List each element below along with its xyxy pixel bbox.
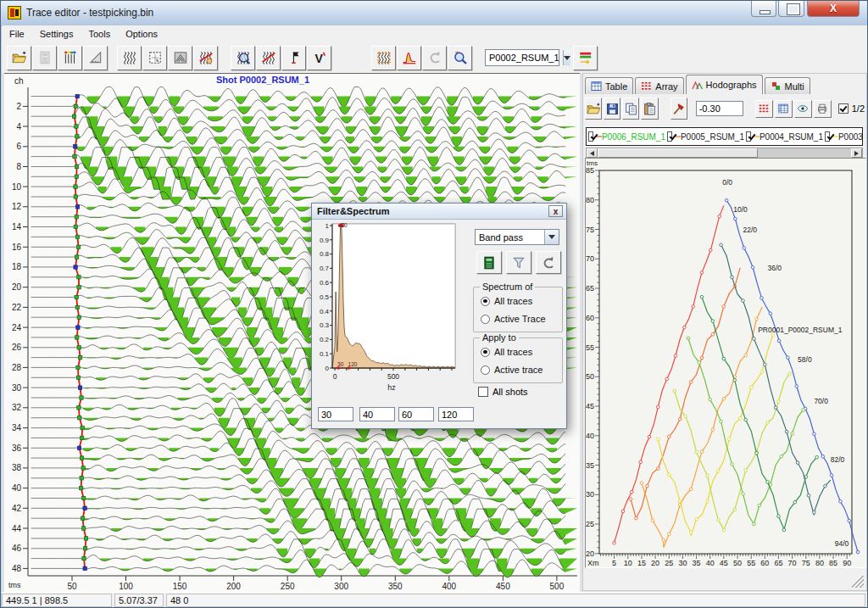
svg-text:60: 60	[760, 559, 769, 567]
svg-text:400: 400	[442, 582, 456, 591]
open-file-button[interactable]	[585, 98, 602, 120]
filter-freq-2-input[interactable]	[359, 407, 395, 421]
checkbox-icon[interactable]	[667, 131, 672, 142]
filter-type-select[interactable]: Band pass	[475, 229, 559, 245]
traces-button[interactable]	[117, 46, 142, 70]
tab-table-icon	[591, 81, 602, 92]
undo-button[interactable]	[422, 46, 447, 70]
shot-lines-button[interactable]	[573, 46, 598, 70]
radio-spectrum-all-traces[interactable]: All traces	[481, 296, 532, 306]
tab-array[interactable]: Array	[635, 77, 683, 94]
eye-button[interactable]	[794, 100, 812, 118]
menu-tools[interactable]: Tools	[81, 27, 118, 41]
checkbox-icon[interactable]	[746, 131, 751, 142]
minimize-button[interactable]	[751, 1, 776, 17]
shot-lines-icon	[578, 50, 593, 65]
radio-icon[interactable]	[481, 315, 490, 324]
legend-entry-P0004_RSUM_1[interactable]: P0004_RSUM_1	[744, 131, 823, 142]
tab-hodographs[interactable]: Hodographs	[686, 75, 763, 94]
radio-icon[interactable]	[481, 365, 490, 375]
eye-icon	[797, 103, 809, 114]
pick-hammer-button[interactable]	[670, 98, 687, 120]
chevron-down-icon[interactable]	[544, 230, 559, 244]
print-button[interactable]	[814, 100, 832, 118]
app-icon	[8, 6, 21, 20]
calculator-button[interactable]	[32, 46, 57, 70]
menu-settings[interactable]: Settings	[32, 27, 81, 41]
menu-file[interactable]: File	[2, 27, 32, 41]
radio-apply-active-trace[interactable]: Active trace	[481, 365, 542, 375]
svg-text:46: 46	[12, 544, 22, 553]
save-button[interactable]	[604, 98, 620, 120]
svg-text:55: 55	[747, 559, 755, 567]
kill-trace-button[interactable]	[256, 46, 281, 70]
radio-icon[interactable]	[481, 297, 490, 306]
scroll-thumb[interactable]	[598, 148, 758, 158]
spectrum-button[interactable]	[397, 46, 421, 70]
chevron-down-icon[interactable]	[563, 50, 570, 65]
resize-grip[interactable]	[852, 576, 864, 588]
close-button[interactable]: X	[807, 1, 860, 17]
ruler-button[interactable]	[83, 46, 108, 70]
radio-icon[interactable]	[481, 348, 490, 357]
dialog-title-bar[interactable]: Filter&Spectrum x	[312, 204, 566, 220]
funnel-button[interactable]	[506, 251, 531, 274]
hodograph-plot[interactable]: 5101520253035404550556065707580859020253…	[586, 159, 865, 567]
scroll-left-icon[interactable]	[587, 148, 598, 158]
calc-green-button[interactable]	[476, 251, 502, 274]
checkbox-icon[interactable]	[588, 131, 593, 142]
legend-entry-P0006_RSUM_1[interactable]: P0006_RSUM_1	[587, 131, 665, 142]
offset-input[interactable]	[696, 101, 743, 116]
zoom-traces-button[interactable]	[231, 46, 255, 70]
radio-apply-all-traces[interactable]: All traces	[481, 347, 532, 357]
trace-picks-icon	[63, 50, 78, 65]
axis-box-button[interactable]: k	[142, 46, 167, 70]
trace-picks-button[interactable]	[58, 46, 82, 70]
svg-text:20: 20	[586, 549, 594, 558]
legend-entry-P0005_RSUM_1[interactable]: P0005_RSUM_1	[665, 131, 744, 142]
dialog-close-button[interactable]: x	[548, 205, 563, 217]
svg-text:500: 500	[387, 372, 399, 381]
hodograph-chart-frame: 5101520253035404550556065707580859020253…	[585, 158, 866, 568]
shot-select[interactable]: P0002_RSUM_1	[485, 49, 559, 66]
funnel-icon	[511, 255, 526, 271]
paste-button[interactable]	[641, 98, 658, 120]
undo-button[interactable]	[536, 251, 561, 274]
kill-trace-icon	[261, 50, 276, 65]
scroll-right-icon[interactable]	[851, 148, 862, 158]
legend-entry-P0003_RSUM_1[interactable]: P0003_RSUM_1	[823, 131, 863, 142]
maximize-button[interactable]	[778, 1, 804, 17]
half-scale-checkbox[interactable]: 1/2	[838, 103, 865, 114]
copy-button[interactable]	[622, 98, 639, 120]
gather-button[interactable]	[168, 46, 192, 70]
menu-options[interactable]: Options	[118, 27, 165, 41]
filter-freq-3-input[interactable]	[398, 407, 434, 421]
checkbox-icon[interactable]	[825, 131, 830, 142]
filter-freq-4-input[interactable]	[438, 407, 474, 421]
array-grid-button[interactable]	[755, 100, 773, 118]
svg-text:0.5: 0.5	[320, 293, 330, 301]
tab-table[interactable]: Table	[585, 77, 633, 94]
svg-text:55: 55	[586, 343, 594, 352]
band-traces-button[interactable]	[371, 46, 396, 70]
tab-multi[interactable]: Multi	[765, 77, 810, 94]
svg-text:60: 60	[341, 222, 348, 228]
svg-text:6: 6	[16, 142, 21, 151]
open-file-button[interactable]	[7, 46, 31, 70]
mute-button[interactable]	[193, 46, 218, 70]
svg-text:hz: hz	[387, 383, 396, 392]
checkbox-icon[interactable]	[838, 103, 849, 114]
all-shots-checkbox[interactable]: All shots	[478, 387, 528, 397]
radio-spectrum-active-trace[interactable]: Active Trace	[481, 314, 546, 324]
open-file-icon	[12, 50, 27, 65]
pick-v-button[interactable]: V	[307, 46, 331, 70]
checkbox-icon[interactable]	[478, 387, 488, 397]
spectrum-plot[interactable]: 00.10.20.30.40.50.60.70.80.910500hz30120…	[315, 222, 465, 396]
inspect-button[interactable]	[448, 46, 472, 70]
svg-text:8: 8	[16, 162, 21, 171]
table-button[interactable]	[775, 100, 793, 118]
flag-button[interactable]	[281, 46, 306, 70]
panel-tabs: TableArrayHodographsMulti	[585, 75, 812, 94]
copy-icon	[624, 102, 638, 116]
filter-freq-1-input[interactable]	[318, 407, 353, 421]
